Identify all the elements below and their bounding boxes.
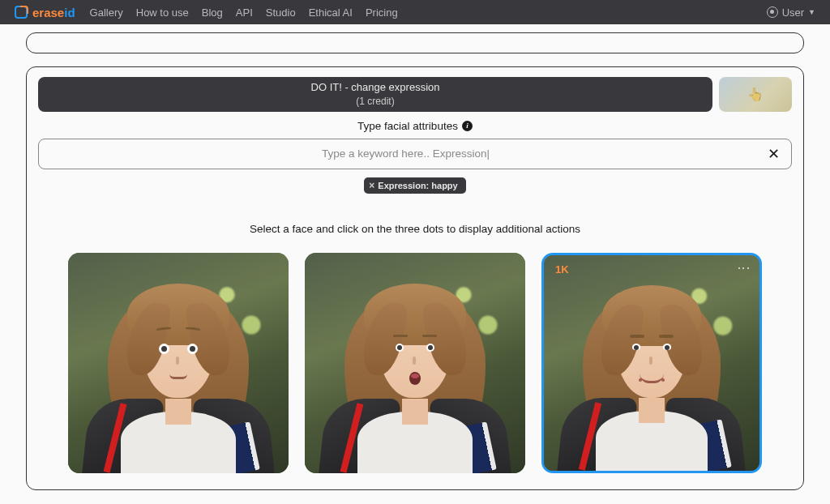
face-card[interactable] [305,253,525,473]
nav-link-studio[interactable]: Studio [266,6,296,19]
face-illustration [68,253,289,473]
navbar-left: eraseid Gallery How to use Blog API Stud… [15,6,398,19]
brand-logo[interactable]: eraseid [15,6,75,19]
nav-link-api[interactable]: API [236,6,253,19]
info-icon[interactable]: i [462,121,473,131]
do-it-credit: (1 credit) [38,95,712,109]
card-more-icon[interactable]: ⋮ [736,262,751,274]
content-area: DO IT! - change expression (1 credit) 👆 … [0,24,830,498]
user-icon [767,6,778,18]
attributes-label: Type facial attributes [357,120,458,132]
attributes-label-row: Type facial attributes i [38,120,792,132]
brand-part2: id [64,6,75,19]
chip-row: × Expression: happy [38,177,792,194]
resolution-badge: 1K [555,263,569,275]
top-navbar: eraseid Gallery How to use Blog API Stud… [0,0,830,24]
user-menu[interactable]: User ▼ [767,6,815,19]
nav-link-gallery[interactable]: Gallery [90,6,123,19]
hand-gesture-button[interactable]: 👆 [719,77,792,112]
attributes-input[interactable] [47,147,764,160]
nav-link-blog[interactable]: Blog [202,6,223,19]
chip-remove-icon[interactable]: × [369,180,374,191]
nav-link-ethicalai[interactable]: Ethical AI [309,6,353,19]
brand-part1: erase [32,6,64,19]
nav-links: Gallery How to use Blog API Studio Ethic… [90,6,398,19]
face-cards-row: 1K ⋮ [38,253,792,473]
chip-label: Expression: happy [378,181,457,190]
user-label: User [782,6,804,19]
face-illustration [305,253,525,473]
clear-input-button[interactable]: ✕ [764,145,783,163]
nav-link-howtouse[interactable]: How to use [136,6,189,19]
do-it-button[interactable]: DO IT! - change expression (1 credit) [38,77,712,112]
pointing-hand-icon: 👆 [747,87,764,102]
chevron-down-icon: ▼ [808,8,815,16]
expression-panel: DO IT! - change expression (1 credit) 👆 … [26,66,804,490]
nav-link-pricing[interactable]: Pricing [366,6,398,19]
face-card-selected[interactable]: 1K ⋮ [541,253,762,473]
face-card[interactable] [68,253,289,473]
logo-icon [15,6,28,19]
instruction-text: Select a face and click on the three dot… [38,223,792,235]
previous-panel-sliver [26,32,804,53]
action-row: DO IT! - change expression (1 credit) 👆 [38,77,792,112]
attributes-input-row: ✕ [38,139,792,169]
do-it-label: DO IT! - change expression [38,80,712,95]
expression-chip[interactable]: × Expression: happy [364,177,465,194]
face-illustration [544,255,759,471]
